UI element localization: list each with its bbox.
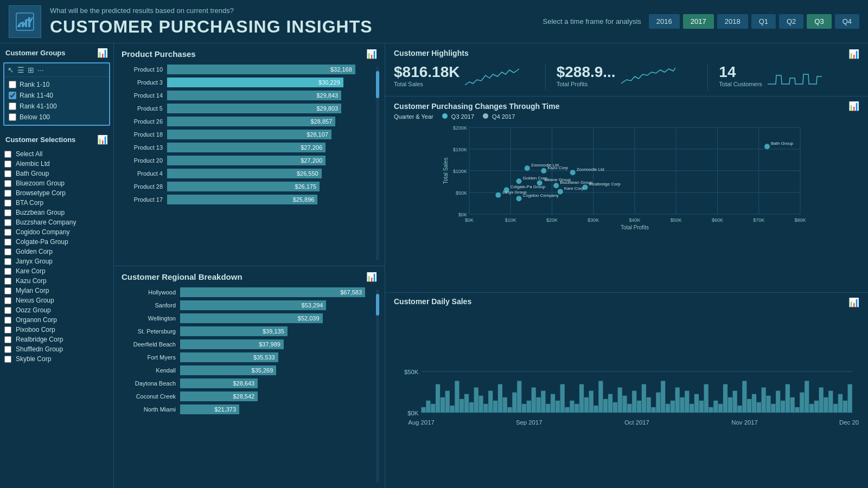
product-purchases-label: Product Purchases xyxy=(122,49,196,59)
sel-checkbox-bluezoom[interactable] xyxy=(4,180,11,187)
sel-item-cogidoo[interactable]: Cogidoo Company xyxy=(4,227,109,237)
groups-item-rank11[interactable]: Rank 11-40 xyxy=(9,90,105,101)
sel-checkbox-pixoboo[interactable] xyxy=(4,326,11,333)
groups-checkbox-rank11[interactable] xyxy=(9,92,16,99)
sel-item-janyx[interactable]: Janyx Group xyxy=(4,256,109,266)
grid-icon[interactable]: ⊞ xyxy=(28,66,34,74)
groups-item-below100[interactable]: Below 100 xyxy=(9,112,105,123)
sel-item-buzzbean[interactable]: Buzzbean Group xyxy=(4,208,109,217)
scatter-point[interactable] xyxy=(525,165,530,171)
svg-text:$20K: $20K xyxy=(546,217,558,223)
sel-checkbox-buzzshare[interactable] xyxy=(4,219,11,226)
sel-checkbox-janyx[interactable] xyxy=(4,258,11,265)
sel-item-shuffledn[interactable]: Shuffledn Group xyxy=(4,344,109,354)
sel-checkbox-cogidoo[interactable] xyxy=(4,229,11,236)
sel-checkbox-skyble[interactable] xyxy=(4,356,11,363)
time-btn-q3[interactable]: Q3 xyxy=(807,14,831,29)
sel-checkbox-kazu[interactable] xyxy=(4,278,11,285)
daily-bar xyxy=(522,403,526,412)
scatter-point[interactable] xyxy=(495,192,501,198)
sel-item-bluezoom[interactable]: Bluezoom Group xyxy=(4,178,109,188)
sel-item-colgate[interactable]: Colgate-Pa Group xyxy=(4,237,109,247)
daily-bar xyxy=(637,400,641,412)
time-btn-2017[interactable]: 2017 xyxy=(683,14,714,29)
sel-label-shuffledn: Shuffledn Group xyxy=(16,345,63,353)
svg-text:$50K: $50K xyxy=(671,217,682,223)
sel-item-pixoboo[interactable]: Pixoboo Corp xyxy=(4,325,109,335)
product-bar-label: Product 18 xyxy=(122,131,163,138)
regional-bar-row: Coconut Creek $28,542 xyxy=(122,391,365,401)
sel-label-pixoboo: Pixoboo Corp xyxy=(16,326,55,333)
customer-selections-header: Customer Selections 📊 xyxy=(0,130,113,147)
sel-checkbox-buzzbean[interactable] xyxy=(4,209,11,216)
sel-item-browsetype[interactable]: Browsetype Corp xyxy=(4,188,109,198)
time-btn-q2[interactable]: Q2 xyxy=(779,14,803,29)
daily-bar xyxy=(455,381,459,412)
sel-checkbox-nexus[interactable] xyxy=(4,297,11,304)
scatter-point[interactable] xyxy=(764,144,770,149)
scatter-point[interactable] xyxy=(516,178,522,184)
svg-text:$0K: $0K xyxy=(407,409,419,416)
time-btn-q1[interactable]: Q1 xyxy=(751,14,776,29)
groups-checkbox-rank41[interactable] xyxy=(9,102,16,110)
sel-checkbox-bath[interactable] xyxy=(4,170,11,177)
cursor-icon[interactable]: ↖ xyxy=(8,66,14,74)
sel-item-skyble[interactable]: Skyble Corp xyxy=(4,354,109,364)
sel-item-bath[interactable]: Bath Group xyxy=(4,169,109,178)
sel-label-mylan: Mylan Corp xyxy=(16,287,49,294)
sel-item-mylan[interactable]: Mylan Corp xyxy=(4,286,109,296)
scatter-point[interactable] xyxy=(516,196,522,201)
sel-item-golden[interactable]: Golden Corp xyxy=(4,247,109,256)
product-bar-label: Product 5 xyxy=(122,105,163,112)
svg-rect-1 xyxy=(18,24,21,27)
time-btn-q4[interactable]: Q4 xyxy=(835,14,859,29)
groups-checkbox-rank1[interactable] xyxy=(9,81,16,88)
product-bar-track: $26,175 xyxy=(167,182,365,191)
time-btn-2018[interactable]: 2018 xyxy=(717,14,748,29)
daily-bar xyxy=(757,402,761,412)
sel-checkbox-kare[interactable] xyxy=(4,268,11,275)
time-btn-2016[interactable]: 2016 xyxy=(649,14,680,29)
scatter-point[interactable] xyxy=(570,170,576,175)
regional-bar-fill: $53,294 xyxy=(180,300,326,310)
sel-checkbox-colgate[interactable] xyxy=(4,239,11,246)
sel-checkbox-all[interactable] xyxy=(4,151,11,158)
sel-checkbox-bta[interactable] xyxy=(4,200,11,207)
sel-checkbox-shuffledn[interactable] xyxy=(4,346,11,353)
sel-item-nexus[interactable]: Nexus Group xyxy=(4,296,109,305)
scatter-point[interactable] xyxy=(541,168,546,174)
sel-item-oozz[interactable]: Oozz Group xyxy=(4,305,109,315)
sel-checkbox-alembic[interactable] xyxy=(4,160,11,168)
daily-bar xyxy=(474,387,478,412)
svg-text:$200K: $200K xyxy=(453,125,467,131)
sel-checkbox-organon[interactable] xyxy=(4,317,11,324)
more-icon[interactable]: ··· xyxy=(37,66,44,74)
menu-icon[interactable]: ☰ xyxy=(17,66,24,74)
sel-item-buzzshare[interactable]: Buzzshare Company xyxy=(4,217,109,227)
logo xyxy=(9,5,41,38)
sel-checkbox-golden[interactable] xyxy=(4,248,11,255)
sel-item-realbridge[interactable]: Realbridge Corp xyxy=(4,335,109,344)
sel-item-bta[interactable]: BTA Corp xyxy=(4,198,109,208)
sel-item-all[interactable]: Select All xyxy=(4,149,109,159)
daily-bar xyxy=(680,397,684,412)
groups-checkbox-below100[interactable] xyxy=(9,113,16,121)
groups-item-rank41[interactable]: Rank 41-100 xyxy=(9,101,105,112)
product-bar-track: $29,803 xyxy=(167,104,365,113)
regional-bar-row: North Miami $21,373 xyxy=(122,404,365,414)
sel-item-kare[interactable]: Kare Corp xyxy=(4,266,109,276)
groups-label-rank11: Rank 11-40 xyxy=(20,92,53,99)
scatter-point[interactable] xyxy=(553,183,559,188)
daily-chart-container: $50K$0KAug 2017Sep 2017Oct 2017Nov 2017D… xyxy=(394,310,859,484)
sel-checkbox-mylan[interactable] xyxy=(4,287,11,294)
daily-bar xyxy=(713,400,718,412)
legend-q3: Q3 2017 xyxy=(442,113,474,120)
sel-checkbox-realbridge[interactable] xyxy=(4,336,11,343)
sel-item-organon[interactable]: Organon Corp xyxy=(4,315,109,325)
sel-checkbox-browsetype[interactable] xyxy=(4,190,11,197)
sel-item-alembic[interactable]: Alembic Ltd xyxy=(4,159,109,169)
sel-item-kazu[interactable]: Kazu Corp xyxy=(4,276,109,286)
daily-bar xyxy=(593,405,598,412)
groups-item-rank1[interactable]: Rank 1-10 xyxy=(9,79,105,90)
sel-checkbox-oozz[interactable] xyxy=(4,307,11,314)
